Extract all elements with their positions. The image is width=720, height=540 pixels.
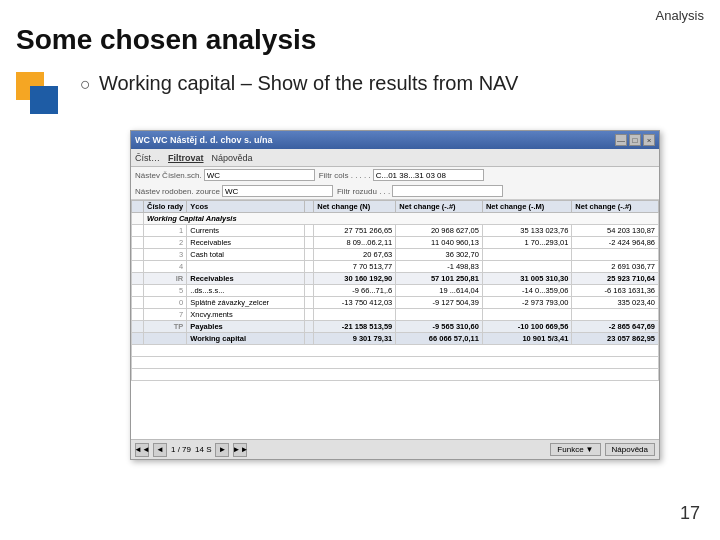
cell-v1: 30 160 192,90: [314, 273, 396, 285]
filter-nazev-input[interactable]: [204, 169, 315, 181]
window-title: WC WC Nástěj d. d. chov s. u/na: [135, 135, 273, 145]
table-row[interactable]: TP Payables -21 158 513,59 -9 565 310,60…: [132, 321, 659, 333]
cell-empty: [304, 309, 314, 321]
cell-v2: 57 101 250,81: [396, 273, 483, 285]
page-info: 1 / 79: [171, 445, 191, 454]
window-controls: — □ ×: [615, 134, 655, 146]
napoveda-button[interactable]: Nápověda: [605, 443, 655, 456]
filter-cols-input[interactable]: [373, 169, 484, 181]
statusbar-right: Funkce ▼ Nápověda: [550, 443, 655, 456]
col-net-n: Net change (N): [314, 201, 396, 213]
cell-check: [132, 237, 144, 249]
col-net-jm: Net change (-.#): [396, 201, 483, 213]
nav-last-button[interactable]: ►►: [233, 443, 247, 457]
cell-empty: [304, 261, 314, 273]
table-row: [132, 345, 659, 357]
cell-v3: [482, 249, 571, 261]
table-row[interactable]: Working capital 9 301 79,31 66 066 57,0,…: [132, 333, 659, 345]
decoration-squares: [16, 72, 66, 122]
cell-num: [144, 333, 187, 345]
nav-prev-button[interactable]: ◄: [153, 443, 167, 457]
cell-empty: [304, 273, 314, 285]
cell-name: [187, 261, 304, 273]
cell-name: Xncvy.ments: [187, 309, 304, 321]
cell-v2: -1 498,83: [396, 261, 483, 273]
toolbar-cist[interactable]: Číst…: [135, 153, 160, 163]
nav-next-button[interactable]: ►: [215, 443, 229, 457]
filter-cols-label: Filtr cols . . . . .: [319, 171, 371, 180]
table-row[interactable]: 2 Receivables 8 09...06.2,11 11 040 960,…: [132, 237, 659, 249]
cell-v1: 9 301 79,31: [314, 333, 396, 345]
cell-num: IR: [144, 273, 187, 285]
table-row[interactable]: IR Receivables 30 160 192,90 57 101 250,…: [132, 273, 659, 285]
filter-group-rodoben: Nástev rodoben. zource: [135, 185, 333, 197]
filter-rodoben-label: Nástev rodoben. zource: [135, 187, 220, 196]
table-row: [132, 369, 659, 381]
restore-button[interactable]: □: [629, 134, 641, 146]
table-row[interactable]: 5 ..ds...s.s... -9 66...71,.6 19 ...614,…: [132, 285, 659, 297]
cell-v3: 35 133 023,76: [482, 225, 571, 237]
cell-check: [132, 249, 144, 261]
filter-bar: Nástev Číslen.sch. Filtr cols . . . . . …: [131, 167, 659, 200]
minimize-button[interactable]: —: [615, 134, 627, 146]
cell-check: [132, 225, 144, 237]
table-row[interactable]: 0 Splátně závazky_zelcer -13 750 412,03 …: [132, 297, 659, 309]
cell-v1: 27 751 266,65: [314, 225, 396, 237]
cell-check: [132, 309, 144, 321]
cell-empty: [304, 285, 314, 297]
bullet-text: Working capital – Show of the results fr…: [99, 72, 518, 95]
cell-empty: [304, 249, 314, 261]
cell-num: 4: [144, 261, 187, 273]
cell-check: [132, 261, 144, 273]
cell-v3: 31 005 310,30: [482, 273, 571, 285]
close-button[interactable]: ×: [643, 134, 655, 146]
filter-rodoben-input[interactable]: [222, 185, 333, 197]
col-ycos: Ycos: [187, 201, 304, 213]
table-row[interactable]: 7 Xncvy.ments: [132, 309, 659, 321]
toolbar-napoveda[interactable]: Nápověda: [212, 153, 253, 163]
table-row[interactable]: 3 Cash total 20 67,63 36 302,70: [132, 249, 659, 261]
cell-v4: [572, 309, 659, 321]
cell-v3: -14 0...359,06: [482, 285, 571, 297]
cell-name: Cash total: [187, 249, 304, 261]
cell-check: [132, 321, 144, 333]
funkce-button[interactable]: Funkce ▼: [550, 443, 600, 456]
cell-v1: -9 66...71,.6: [314, 285, 396, 297]
cell-v4: -6 163 1631,36: [572, 285, 659, 297]
cell-v1: 20 67,63: [314, 249, 396, 261]
cell-empty: [304, 297, 314, 309]
cell-v3: 10 901 5/3,41: [482, 333, 571, 345]
cell-v4: -2 424 964,86: [572, 237, 659, 249]
cell-empty: [304, 333, 314, 345]
table-area: Číslo rady Ycos Net change (N) Net chang…: [131, 200, 659, 439]
page-title: Some chosen analysis: [16, 24, 316, 56]
filter-nazev-label: Nástev Číslen.sch.: [135, 171, 202, 180]
cell-v3: [482, 309, 571, 321]
cell-name: Working capital: [187, 333, 304, 345]
cell-name: Payables: [187, 321, 304, 333]
data-table: Číslo rady Ycos Net change (N) Net chang…: [131, 200, 659, 381]
cell-empty: [304, 321, 314, 333]
cell-num: 2: [144, 237, 187, 249]
cell-v1: [314, 309, 396, 321]
cell-v4: 335 023,40: [572, 297, 659, 309]
cell-v1: 7 70 513,77: [314, 261, 396, 273]
cell-section-title: Working Capital Analysis: [144, 213, 659, 225]
table-header-row: Číslo rady Ycos Net change (N) Net chang…: [132, 201, 659, 213]
toolbar-filtrovat[interactable]: Filtrovat: [168, 153, 204, 163]
nav-first-button[interactable]: ◄◄: [135, 443, 149, 457]
cell-v4: 23 057 862,95: [572, 333, 659, 345]
page-number: 17: [680, 503, 700, 524]
statusbar-left: ◄◄ ◄ 1 / 79 14 S ► ►►: [135, 443, 247, 457]
col-empty: [304, 201, 314, 213]
table-row[interactable]: 1 Currents 27 751 266,65 20 968 627,05 3…: [132, 225, 659, 237]
napoveda-label: Nápověda: [612, 445, 648, 454]
table-row[interactable]: 4 7 70 513,77 -1 498,83 2 691 036,77: [132, 261, 659, 273]
nav-window: WC WC Nástěj d. d. chov s. u/na — □ × Čí…: [130, 130, 660, 460]
cell-v2: 36 302,70: [396, 249, 483, 261]
cell-v2: -9 565 310,60: [396, 321, 483, 333]
filter-rozudu-input[interactable]: [392, 185, 503, 197]
col-net-jm2: Net change (-.#): [572, 201, 659, 213]
cell-check: [132, 273, 144, 285]
cell-num: 1: [144, 225, 187, 237]
